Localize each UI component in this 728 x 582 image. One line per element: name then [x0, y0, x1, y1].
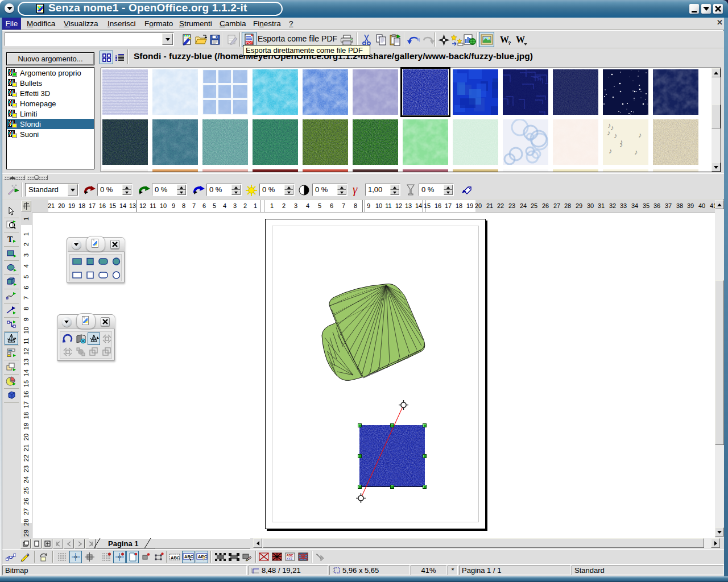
svg-text:XYZ: XYZ — [287, 557, 293, 560]
svg-text:♪: ♪ — [638, 131, 642, 139]
svg-text:T: T — [7, 235, 13, 244]
svg-text:♪: ♪ — [614, 131, 618, 140]
svg-text:PDF: PDF — [246, 41, 253, 44]
svg-text:♪: ♪ — [609, 147, 613, 155]
svg-text:W: W — [516, 35, 525, 44]
svg-text:♪: ♪ — [607, 128, 611, 137]
svg-text:♪: ♪ — [634, 148, 638, 156]
svg-text:ABC: ABC — [171, 555, 180, 560]
svg-text:♪: ♪ — [619, 140, 623, 149]
svg-text:?: ? — [508, 40, 511, 45]
